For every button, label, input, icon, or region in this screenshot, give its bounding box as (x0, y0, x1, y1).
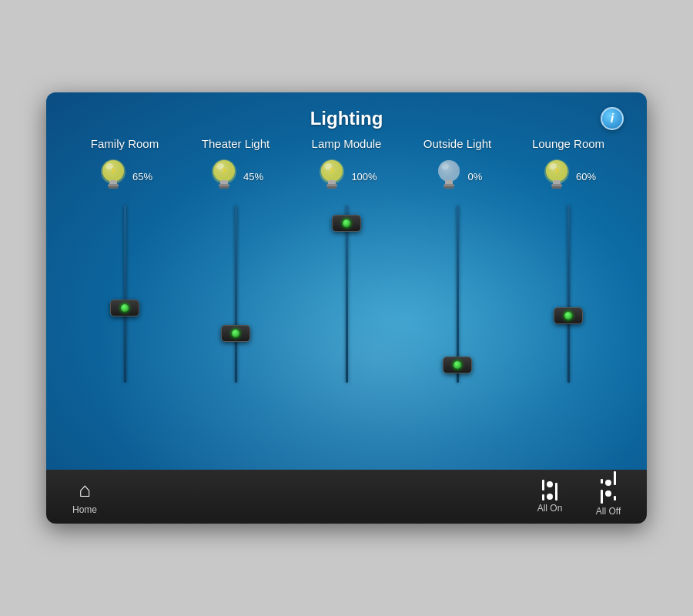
bulb-container-outside-light: 0% (433, 156, 483, 196)
bulb-percent-lamp-module: 100% (351, 171, 377, 182)
slider-container-family-room (113, 206, 136, 454)
slider-track-lounge-room (567, 206, 570, 383)
svg-point-11 (213, 160, 235, 182)
slider-handle-lamp-module[interactable] (332, 215, 361, 232)
slider-handle-family-room[interactable] (110, 300, 139, 316)
all-on-icon (542, 480, 557, 500)
slider-handle-lounge-room[interactable] (554, 307, 583, 324)
bulb-percent-outside-light: 0% (468, 171, 483, 182)
light-label-outside-light: Outside Light (424, 137, 491, 150)
home-icon: ⌂ (79, 478, 91, 502)
svg-point-35 (546, 160, 567, 182)
light-control-family-room: Family Room (79, 137, 171, 454)
light-control-outside-light: Outside Light (411, 137, 504, 454)
bulb-outside-light (433, 156, 465, 196)
light-label-family-room: Family Room (91, 137, 159, 150)
slider-track-lamp-module (346, 206, 348, 383)
slider-handle-theater-light[interactable] (221, 325, 250, 342)
bulb-percent-theater-light: 45% (243, 171, 263, 182)
bulb-family-room (97, 156, 129, 196)
slider-container-lamp-module (335, 206, 358, 454)
svg-rect-32 (444, 186, 454, 189)
home-button[interactable]: ⌂ Home (62, 478, 108, 515)
app-container: Lighting i Family Room (46, 92, 647, 524)
bottom-bar: ⌂ Home All On (46, 470, 647, 524)
light-control-lounge-room: Lounge Room (522, 137, 614, 454)
page-title: Lighting (310, 108, 383, 129)
all-off-button[interactable]: All Off (585, 477, 631, 517)
svg-point-2 (102, 160, 124, 182)
all-off-icon (601, 477, 616, 504)
main-panel: Lighting i Family Room (46, 92, 647, 470)
bulb-container-lounge-room: 60% (541, 156, 596, 196)
slider-track-theater-light (235, 206, 237, 383)
slider-track-family-room (124, 206, 126, 383)
header: Lighting i (69, 108, 624, 129)
bulb-percent-lounge-room: 60% (576, 171, 596, 182)
all-off-label: All Off (596, 506, 621, 517)
slider-container-outside-light (446, 206, 469, 454)
bulb-container-lamp-module: 100% (316, 156, 377, 196)
svg-rect-39 (552, 186, 561, 189)
bulb-theater-light (208, 156, 240, 196)
info-button[interactable]: i (601, 107, 624, 130)
bulb-container-family-room: 65% (97, 156, 152, 196)
slider-container-theater-light (224, 206, 247, 454)
bulb-lamp-module (316, 156, 348, 196)
all-on-button[interactable]: All On (527, 480, 573, 514)
slider-track-outside-light (457, 206, 459, 383)
svg-point-28 (438, 160, 460, 182)
bulb-percent-family-room: 65% (132, 171, 152, 182)
home-label: Home (72, 504, 97, 515)
lights-row: Family Room (69, 137, 624, 454)
light-label-lamp-module: Lamp Module (312, 137, 382, 150)
light-label-theater-light: Theater Light (202, 137, 270, 150)
svg-rect-15 (219, 186, 229, 189)
svg-point-20 (321, 160, 343, 182)
light-control-theater-light: Theater Light (189, 137, 282, 454)
slider-container-lounge-room (557, 206, 580, 454)
light-label-lounge-room: Lounge Room (532, 137, 604, 150)
bulb-container-theater-light: 45% (208, 156, 263, 196)
light-control-lamp-module: Lamp Module (300, 137, 393, 454)
slider-handle-outside-light[interactable] (443, 357, 472, 373)
svg-rect-6 (109, 186, 118, 189)
all-on-label: All On (537, 503, 563, 514)
bulb-lounge-room (541, 156, 573, 196)
svg-rect-24 (327, 186, 336, 189)
